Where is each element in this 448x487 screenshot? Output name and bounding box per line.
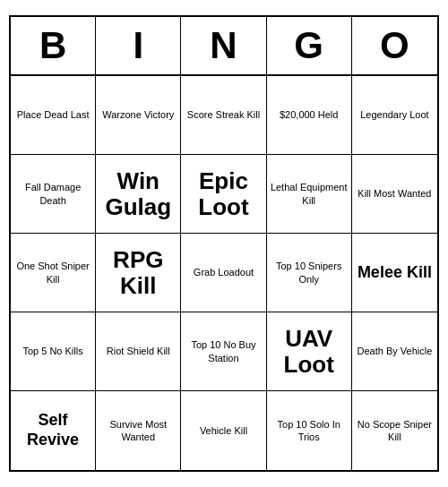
bingo-letter-i: I bbox=[96, 17, 181, 74]
bingo-cell-17: Top 10 No Buy Station bbox=[181, 312, 266, 391]
bingo-cell-5: Fall Damage Death bbox=[11, 155, 96, 234]
bingo-cell-15: Top 5 No Kills bbox=[11, 312, 96, 391]
bingo-letter-n: N bbox=[181, 17, 266, 74]
bingo-letter-o: O bbox=[352, 17, 437, 74]
bingo-cell-19: Death By Vehicle bbox=[352, 312, 437, 391]
bingo-cell-23: Top 10 Solo In Trios bbox=[267, 391, 352, 470]
bingo-grid: Place Dead LastWarzone VictoryScore Stre… bbox=[11, 76, 437, 470]
bingo-cell-1: Warzone Victory bbox=[96, 76, 181, 155]
bingo-cell-8: Lethal Equipment Kill bbox=[267, 155, 352, 234]
bingo-cell-10: One Shot Sniper Kill bbox=[11, 234, 96, 312]
bingo-cell-18: UAV Loot bbox=[267, 312, 352, 391]
bingo-cell-2: Score Streak Kill bbox=[181, 76, 266, 155]
bingo-card: BINGO Place Dead LastWarzone VictoryScor… bbox=[9, 15, 439, 472]
bingo-cell-16: Riot Shield Kill bbox=[96, 312, 181, 391]
bingo-cell-20: Self Revive bbox=[11, 391, 96, 470]
bingo-cell-14: Melee Kill bbox=[352, 234, 437, 312]
bingo-cell-6: Win Gulag bbox=[96, 155, 181, 234]
bingo-cell-9: Kill Most Wanted bbox=[352, 155, 437, 234]
bingo-cell-3: $20,000 Held bbox=[267, 76, 352, 155]
bingo-cell-13: Top 10 Snipers Only bbox=[267, 234, 352, 312]
bingo-cell-11: RPG Kill bbox=[96, 234, 181, 312]
bingo-cell-24: No Scope Sniper Kill bbox=[352, 391, 437, 470]
bingo-cell-22: Vehicle Kill bbox=[181, 391, 266, 470]
bingo-cell-4: Legendary Loot bbox=[352, 76, 437, 155]
bingo-cell-0: Place Dead Last bbox=[11, 76, 96, 155]
bingo-header: BINGO bbox=[11, 17, 437, 76]
bingo-letter-b: B bbox=[11, 17, 96, 74]
bingo-cell-7: Epic Loot bbox=[181, 155, 266, 234]
bingo-cell-21: Survive Most Wanted bbox=[96, 391, 181, 470]
bingo-cell-12: Grab Loadout bbox=[181, 234, 266, 312]
bingo-letter-g: G bbox=[267, 17, 352, 74]
